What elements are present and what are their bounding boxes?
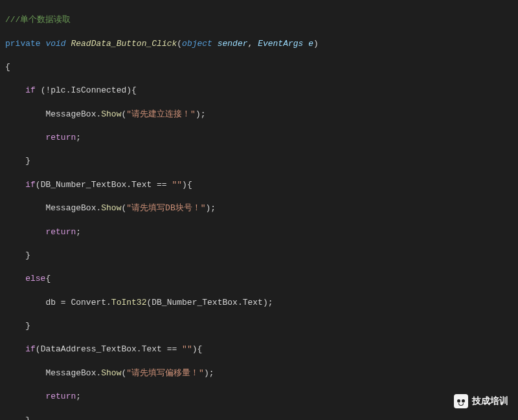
wechat-icon (454, 394, 468, 408)
code-line: { (5, 61, 513, 73)
string: "" (182, 344, 192, 354)
code-line: return; (5, 132, 513, 144)
method-call: Show (101, 368, 121, 378)
code-line: if(DB_Number_TextBox.Text == ""){ (5, 179, 513, 191)
keyword: if (25, 85, 36, 95)
keyword: private (5, 39, 41, 49)
watermark-text: 技成培训 (472, 395, 508, 408)
code-line: MessageBox.Show("请先填写偏移量！"); (5, 368, 513, 379)
code-line: ///单个数据读取 (5, 14, 513, 26)
code-line: } (5, 415, 513, 420)
code-line: } (5, 320, 513, 332)
code-line: private void ReadData_Button_Click(objec… (5, 38, 513, 50)
string: "" (172, 180, 182, 190)
keyword: object (182, 39, 212, 49)
keyword: else (25, 274, 45, 283)
param: sender (218, 39, 248, 49)
code-line: } (5, 155, 513, 167)
string: "请先填写DB块号！" (126, 203, 205, 213)
code-line: } (5, 250, 513, 261)
watermark: 技成培训 (454, 394, 508, 408)
string: "请先建立连接！" (126, 109, 196, 119)
method-call: Show (101, 203, 121, 213)
comment: ///单个数据读取 (5, 15, 71, 25)
method-call: Show (101, 109, 121, 119)
keyword: void (45, 39, 65, 49)
keyword: if (25, 344, 36, 354)
code-editor[interactable]: ///单个数据读取 private void ReadData_Button_C… (0, 0, 518, 420)
code-line: MessageBox.Show("请先填写DB块号！"); (5, 203, 513, 214)
param: e (308, 39, 313, 49)
code-line: if(DataAddress_TextBox.Text == ""){ (5, 344, 513, 355)
code-line: db = Convert.ToInt32(DB_Number_TextBox.T… (5, 297, 513, 309)
code-line: else{ (5, 273, 513, 285)
keyword: if (25, 180, 36, 190)
keyword: return (45, 227, 76, 237)
code-line: return; (5, 391, 513, 403)
keyword: return (45, 133, 76, 142)
keyword: return (45, 392, 76, 401)
method-name: ReadData_Button_Click (71, 39, 177, 49)
code-line: return; (5, 227, 513, 238)
method-call: ToInt32 (111, 298, 147, 307)
string: "请先填写偏移量！" (126, 368, 204, 378)
code-line: if (!plc.IsConnected){ (5, 85, 513, 96)
param: EventArgs (258, 39, 303, 49)
code-line: MessageBox.Show("请先建立连接！"); (5, 109, 513, 120)
